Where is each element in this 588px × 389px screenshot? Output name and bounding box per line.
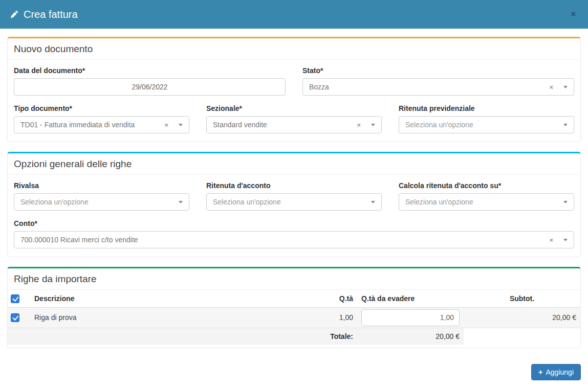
stato-select[interactable]: Bozza ×	[302, 78, 574, 96]
righe-table: Descrizione Q.tà Q.tà da evadere Subtot.…	[8, 290, 580, 345]
select-placeholder: Seleziona un'opzione	[213, 198, 371, 206]
modal-title-text: Crea fattura	[24, 9, 78, 20]
pencil-icon	[10, 10, 18, 18]
calcola-ritenuta-select[interactable]: Seleziona un'opzione	[399, 193, 574, 211]
section-title-righe-da-importare: Righe da importare	[8, 268, 580, 290]
clear-icon[interactable]: ×	[164, 121, 168, 129]
field-conto: Conto* 700.000010 Ricavi merci c/to vend…	[14, 219, 574, 248]
conto-select[interactable]: 700.000010 Ricavi merci c/to vendite ×	[14, 231, 574, 248]
total-label: Totale:	[8, 328, 357, 345]
clear-icon[interactable]: ×	[549, 83, 553, 91]
col-header-descrizione: Descrizione	[30, 290, 301, 307]
chevron-down-icon	[563, 201, 568, 203]
sezionale-select[interactable]: Standard vendite ×	[206, 116, 382, 133]
field-label: Conto*	[14, 219, 574, 227]
add-button-label: Aggiungi	[546, 368, 574, 376]
select-placeholder: Seleziona un'opzione	[20, 198, 179, 206]
modal-title: Crea fattura	[10, 9, 78, 20]
field-rivalsa: Rivalsa Seleziona un'opzione	[14, 181, 189, 211]
field-data-documento: Data del documento*	[14, 66, 286, 96]
row-description: Riga di prova	[30, 307, 301, 328]
field-label: Tipo documento*	[14, 104, 189, 112]
table-header-row: Descrizione Q.tà Q.tà da evadere Subtot.	[8, 290, 580, 307]
total-value: 20,00 €	[357, 328, 464, 345]
field-calcola-ritenuta: Calcola ritenuta d'acconto su* Seleziona…	[399, 181, 574, 211]
field-label: Data del documento*	[14, 66, 286, 75]
ritenuta-acconto-select[interactable]: Seleziona un'opzione	[206, 193, 382, 211]
clear-icon[interactable]: ×	[549, 236, 553, 244]
select-placeholder: Seleziona un'opzione	[405, 121, 563, 129]
section-opzioni-generali: Opzioni generali delle righe Rivalsa Sel…	[7, 152, 581, 257]
selected-value: TD01 - Fattura immediata di vendita	[20, 121, 164, 129]
field-ritenuta-previdenziale: Ritenuta previdenziale Seleziona un'opzi…	[399, 104, 574, 133]
chevron-down-icon	[179, 124, 183, 126]
qty-to-fulfill-input[interactable]	[361, 309, 460, 326]
col-header-qta: Q.tà	[301, 290, 357, 307]
table-total-row: Totale: 20,00 €	[8, 328, 580, 345]
col-header-subtot: Subtot.	[464, 290, 580, 307]
modal-body: Nuovo documento Data del documento* Stat…	[0, 29, 588, 348]
col-header-qta-da-evadere: Q.tà da evadere	[357, 290, 464, 307]
selected-value: 700.000010 Ricavi merci c/to vendite	[20, 236, 549, 244]
section-title-opzioni-generali: Opzioni generali delle righe	[8, 153, 580, 175]
section-title-nuovo-documento: Nuovo documento	[8, 38, 580, 60]
row-qty: 1,00	[301, 307, 357, 328]
clear-icon[interactable]: ×	[357, 121, 361, 129]
chevron-down-icon	[563, 124, 568, 126]
field-tipo-documento: Tipo documento* TD01 - Fattura immediata…	[14, 104, 189, 133]
tipo-documento-select[interactable]: TD01 - Fattura immediata di vendita ×	[14, 116, 189, 133]
section-nuovo-documento: Nuovo documento Data del documento* Stat…	[7, 37, 581, 142]
field-sezionale: Sezionale* Standard vendite ×	[206, 104, 382, 133]
chevron-down-icon	[563, 86, 568, 88]
selected-value: Bozza	[309, 83, 549, 91]
field-ritenuta-acconto: Ritenuta d'acconto Seleziona un'opzione	[206, 181, 382, 211]
row-subtotal: 20,00 €	[464, 307, 580, 328]
close-icon[interactable]: ×	[569, 9, 578, 19]
section-righe-da-importare: Righe da importare Descrizione Q.tà Q.tà…	[7, 267, 581, 348]
chevron-down-icon	[563, 239, 568, 241]
field-label: Sezionale*	[206, 104, 382, 112]
field-label: Stato*	[302, 66, 574, 75]
chevron-down-icon	[179, 201, 183, 203]
document-date-input[interactable]	[14, 78, 286, 96]
total-empty-cell	[464, 328, 580, 345]
ritenuta-previdenziale-select[interactable]: Seleziona un'opzione	[399, 116, 574, 133]
select-placeholder: Seleziona un'opzione	[405, 198, 563, 206]
row-checkbox[interactable]	[11, 313, 19, 322]
add-button[interactable]: + Aggiungi	[531, 364, 581, 380]
field-stato: Stato* Bozza ×	[302, 66, 574, 96]
chevron-down-icon	[371, 124, 375, 126]
modal-header: Crea fattura ×	[0, 0, 588, 29]
field-label: Ritenuta previdenziale	[399, 104, 574, 112]
selected-value: Standard vendite	[213, 121, 357, 129]
chevron-down-icon	[371, 201, 375, 203]
footer-actions: + Aggiungi	[0, 358, 588, 380]
table-row: Riga di prova 1,00 20,00 €	[8, 307, 580, 328]
field-label: Ritenuta d'acconto	[206, 181, 382, 190]
field-label: Calcola ritenuta d'acconto su*	[399, 181, 574, 190]
field-label: Rivalsa	[14, 181, 189, 190]
plus-icon: +	[538, 368, 543, 376]
select-all-checkbox[interactable]	[11, 294, 19, 303]
rivalsa-select[interactable]: Seleziona un'opzione	[14, 193, 189, 211]
